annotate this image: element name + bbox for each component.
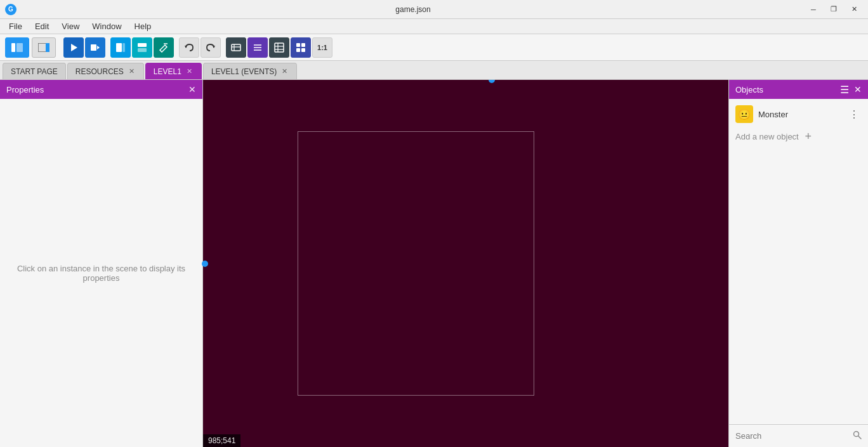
properties-close-button[interactable]: ✕: [188, 84, 196, 94]
play-button[interactable]: [63, 37, 84, 58]
window-controls: ─ ❐ ✕: [805, 3, 863, 16]
tab-level1[interactable]: LEVEL1 ✕: [145, 63, 202, 79]
object-menu-monster[interactable]: ⋮: [846, 108, 862, 120]
tabs-bar: START PAGE RESOURCES ✕ LEVEL1 ✕ LEVEL1 (…: [0, 61, 868, 80]
sidebar-toggle-btn1[interactable]: [5, 37, 29, 58]
properties-title: Properties: [6, 85, 44, 94]
svg-rect-25: [301, 43, 305, 47]
tab-resources-close[interactable]: ✕: [128, 67, 136, 75]
add-object-row[interactable]: Add a new object +: [729, 127, 868, 146]
objects-panel-header: Objects ☰ ✕: [729, 80, 868, 99]
level-boundary: [298, 131, 534, 396]
toolbar-preview-group: [63, 37, 105, 58]
edit-button[interactable]: [154, 37, 174, 58]
properties-resize-handle[interactable]: [200, 80, 205, 447]
menu-window[interactable]: Window: [86, 20, 128, 32]
properties-hint: Click on an instance in the scene to dis…: [0, 99, 202, 447]
toolbar-scene-group: [110, 37, 174, 58]
tab-level1-events[interactable]: LEVEL1 (EVENTS) ✕: [203, 63, 297, 79]
svg-marker-12: [185, 46, 187, 48]
menu-file[interactable]: File: [3, 20, 29, 32]
sidebar-icon1: [11, 43, 23, 52]
scene-top-handle[interactable]: [489, 80, 495, 83]
add-object-button[interactable]: +: [803, 131, 814, 142]
record-button[interactable]: [85, 37, 105, 58]
objects-list: 😐 Monster ⋮ Add a new object +: [729, 99, 868, 424]
svg-marker-13: [213, 46, 215, 48]
svg-rect-24: [296, 43, 300, 47]
object-icon-monster: 😐: [735, 105, 753, 123]
tab-level1-close[interactable]: ✕: [185, 67, 194, 75]
svg-rect-20: [275, 43, 284, 52]
toolbar-export-group: 1:1: [226, 37, 332, 58]
tab-resources-label: RESOURCES: [76, 67, 124, 76]
tab-level1-events-close[interactable]: ✕: [280, 67, 289, 75]
svg-rect-7: [116, 43, 122, 52]
svg-marker-4: [71, 44, 77, 51]
svg-rect-14: [232, 44, 240, 51]
tab-level1-events-label: LEVEL1 (EVENTS): [211, 67, 277, 76]
title-text: game.json: [22, 5, 805, 14]
tab-start-page[interactable]: START PAGE: [3, 63, 66, 79]
svg-rect-27: [301, 48, 305, 52]
undo-button[interactable]: [179, 37, 199, 58]
toolbar-history-group: [179, 37, 221, 58]
menu-help[interactable]: Help: [128, 20, 158, 32]
main-area: Properties ✕ Click on an instance in the…: [0, 80, 868, 447]
restore-button[interactable]: ❐: [825, 3, 843, 16]
object-name-monster: Monster: [758, 110, 841, 119]
undo-icon: [184, 42, 194, 53]
list-icon: [253, 42, 263, 53]
events-icon: [137, 42, 147, 53]
scene-icon: [115, 42, 126, 53]
sidebar-toggle-btn2[interactable]: [32, 37, 56, 58]
svg-rect-3: [46, 43, 49, 52]
menu-view[interactable]: View: [55, 20, 86, 32]
grid-button[interactable]: [291, 37, 311, 58]
tab-start-label: START PAGE: [11, 67, 58, 76]
svg-rect-9: [138, 43, 147, 47]
minimize-button[interactable]: ─: [805, 3, 822, 16]
objects-title: Objects: [735, 85, 763, 94]
properties-panel: Properties ✕ Click on an instance in the…: [0, 80, 203, 447]
svg-rect-26: [296, 48, 300, 52]
grid-icon: [296, 42, 306, 53]
properties-hint-text: Click on an instance in the scene to dis…: [13, 264, 190, 283]
export-icon: [231, 42, 241, 53]
svg-rect-10: [138, 48, 147, 52]
svg-rect-5: [91, 44, 96, 51]
objects-panel: Objects ☰ ✕ 😐 Monster ⋮ Add a new object…: [728, 80, 868, 447]
titlebar: G game.json ─ ❐ ✕: [0, 0, 868, 19]
menubar: File Edit View Window Help: [0, 19, 868, 34]
scene-canvas: 985;541: [203, 80, 728, 447]
objects-header-actions: ☰ ✕: [840, 84, 862, 96]
scene-button[interactable]: [110, 37, 131, 58]
search-input[interactable]: [735, 431, 849, 441]
scene-editor[interactable]: 985;541: [203, 80, 728, 447]
tab-level1-label: LEVEL1: [154, 67, 181, 76]
edit-icon: [159, 42, 169, 53]
redo-icon: [206, 42, 216, 53]
add-object-label: Add a new object: [735, 132, 799, 141]
list-button[interactable]: [247, 37, 268, 58]
objects-list-button[interactable]: [269, 37, 289, 58]
redo-button[interactable]: [201, 37, 221, 58]
zoom-button[interactable]: 1:1: [312, 37, 332, 58]
toolbar: 1:1: [0, 34, 868, 61]
play-icon: [69, 43, 78, 52]
sidebar-icon2: [38, 43, 49, 52]
sidebar-toggle-group: [5, 37, 56, 58]
export-button[interactable]: [226, 37, 246, 58]
scene-coordinates: 985;541: [203, 434, 240, 447]
search-bar: [729, 424, 868, 447]
menu-edit[interactable]: Edit: [29, 20, 55, 32]
svg-rect-1: [16, 43, 23, 52]
record-icon: [90, 42, 100, 53]
events-button[interactable]: [132, 37, 152, 58]
close-button[interactable]: ✕: [845, 3, 863, 16]
objects-close-button[interactable]: ✕: [854, 84, 862, 94]
svg-rect-0: [11, 43, 15, 52]
object-item-monster[interactable]: 😐 Monster ⋮: [729, 101, 868, 127]
objects-filter-icon[interactable]: ☰: [840, 84, 849, 96]
tab-resources[interactable]: RESOURCES ✕: [67, 63, 144, 79]
